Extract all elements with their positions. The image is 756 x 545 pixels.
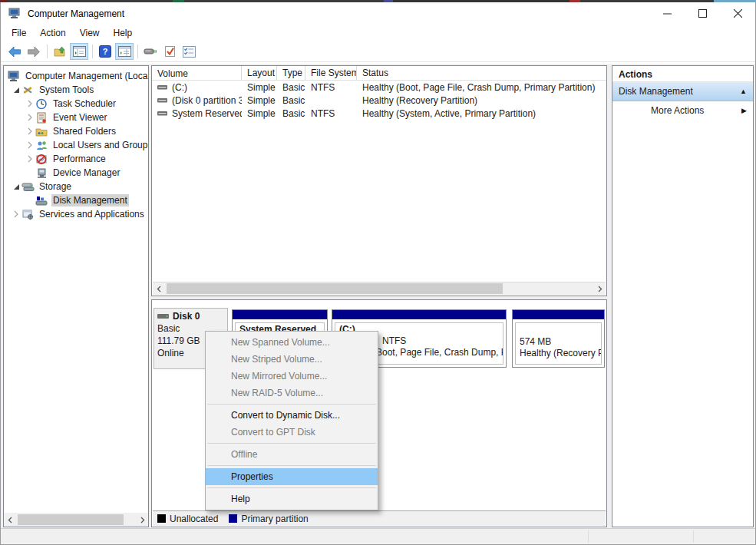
menu-item-new-mirrored-volume[interactable]: New Mirrored Volume... [206, 368, 378, 385]
back-icon [8, 46, 21, 58]
close-button[interactable] [720, 2, 755, 25]
column-header-status[interactable]: Status [357, 66, 606, 80]
chevron-placeholder [25, 167, 35, 178]
volume-icon [157, 84, 168, 91]
column-header-type[interactable]: Type [277, 66, 305, 80]
close-icon [734, 9, 742, 18]
collapsed-chevron-icon[interactable] [25, 98, 35, 109]
shared-folders-icon [35, 126, 48, 137]
scrollbar-thumb[interactable] [18, 514, 124, 525]
menu-help[interactable]: Help [107, 25, 140, 41]
collapsed-chevron-icon[interactable] [11, 209, 21, 220]
disk-properties-icon [183, 46, 196, 58]
column-header-layout[interactable]: Layout [242, 66, 277, 80]
unallocated-swatch [157, 514, 166, 523]
menu-item-new-spanned-volume[interactable]: New Spanned Volume... [206, 334, 378, 351]
tree-item-storage[interactable]: Storage [4, 180, 148, 193]
scroll-left-icon[interactable] [4, 513, 16, 527]
tree-item-performance[interactable]: Performance [4, 152, 148, 166]
menu-item-convert-to-dynamic-disk[interactable]: Convert to Dynamic Disk... [206, 407, 378, 424]
collapsed-chevron-icon[interactable] [25, 112, 35, 123]
tree-horizontal-scrollbar[interactable] [4, 513, 148, 527]
folder-up-icon [54, 46, 67, 58]
maximize-icon [698, 9, 707, 18]
title-bar[interactable]: Computer Management [1, 2, 755, 25]
show-console-tree-button[interactable] [70, 43, 88, 60]
check-disk-button[interactable] [160, 43, 179, 60]
minimize-icon [663, 9, 672, 18]
scrollbar-thumb[interactable] [167, 283, 503, 294]
menu-item-offline[interactable]: Offline [206, 446, 378, 463]
help-button[interactable]: ? [96, 43, 114, 60]
console-tree-panel: Computer Management (Local System Tools [3, 65, 149, 527]
volume-row-system-reserved[interactable]: System Reserved Simple Basic NTFS Health… [152, 107, 606, 120]
menu-item-new-raid5-volume[interactable]: New RAID-5 Volume... [206, 385, 378, 401]
collapse-up-icon[interactable]: ▲ [740, 88, 747, 95]
toolbar-separator [137, 45, 138, 58]
volume-row-disk0-partition3[interactable]: (Disk 0 partition 3) Simple Basic Health… [152, 94, 606, 107]
more-actions-item[interactable]: More Actions ▶ [612, 101, 753, 120]
refresh-disks-button[interactable] [141, 43, 160, 60]
minimize-button[interactable] [649, 2, 685, 25]
actions-group-disk-management[interactable]: Disk Management ▲ [612, 82, 753, 101]
scroll-right-icon[interactable] [593, 282, 606, 296]
forward-icon [27, 46, 41, 58]
submenu-right-icon: ▶ [741, 107, 747, 114]
disk-context-menu: New Spanned Volume... New Striped Volume… [205, 331, 378, 510]
chevron-placeholder [25, 195, 35, 206]
back-button[interactable] [5, 43, 24, 60]
system-tools-icon [21, 84, 35, 96]
collapsed-chevron-icon[interactable] [25, 140, 35, 150]
tree-item-services-and-applications[interactable]: Services and Applications [4, 207, 148, 221]
maximize-button[interactable] [685, 2, 720, 25]
column-header-volume[interactable]: Volume [152, 66, 242, 80]
tree-item-system-tools[interactable]: System Tools [4, 83, 148, 97]
expanded-chevron-icon[interactable] [11, 181, 21, 192]
actions-panel-header: Actions [612, 66, 753, 82]
scroll-right-icon[interactable] [136, 513, 148, 527]
menu-item-properties[interactable]: Properties [206, 468, 378, 485]
tree-item-local-users-and-groups[interactable]: Local Users and Groups [4, 138, 148, 152]
status-bar [1, 528, 755, 544]
statusbar-separator [588, 530, 589, 543]
menu-view[interactable]: View [73, 25, 107, 41]
partition-recovery-size: 574 MB [520, 336, 597, 348]
partition-recovery[interactable]: 574 MB Healthy (Recovery Pa [512, 309, 605, 368]
forward-button[interactable] [25, 43, 43, 60]
scroll-left-icon[interactable] [153, 282, 165, 296]
collapsed-chevron-icon[interactable] [25, 154, 35, 164]
storage-icon [21, 181, 35, 193]
menu-item-convert-to-gpt-disk[interactable]: Convert to GPT Disk [206, 424, 378, 441]
menu-separator [207, 487, 376, 488]
disk-properties-button[interactable] [180, 43, 198, 60]
show-action-pane-button[interactable] [115, 43, 134, 60]
menu-separator [207, 404, 376, 405]
collapsed-chevron-icon[interactable] [25, 126, 35, 137]
expanded-chevron-icon[interactable] [11, 84, 21, 95]
volume-row-c[interactable]: (C:) Simple Basic NTFS Healthy (Boot, Pa… [152, 81, 606, 94]
legend-unallocated: Unallocated [157, 514, 218, 524]
toolbar-separator [92, 45, 93, 58]
console-tree: Computer Management (Local System Tools [4, 66, 148, 221]
partition-color-bar [233, 310, 327, 320]
tree-item-disk-management[interactable]: Disk Management [4, 193, 148, 207]
tree-item-device-manager[interactable]: Device Manager [4, 166, 148, 180]
actions-panel: Actions Disk Management ▲ More Actions ▶ [612, 65, 754, 527]
tree-item-task-scheduler[interactable]: Task Scheduler [4, 97, 148, 111]
partition-legend: Unallocated Primary partition [153, 510, 606, 526]
statusbar-separator [693, 530, 694, 543]
computer-icon [8, 71, 21, 82]
column-header-file-system[interactable]: File System [305, 66, 357, 80]
tree-item-computer-management[interactable]: Computer Management (Local [4, 69, 148, 83]
menu-action[interactable]: Action [33, 25, 72, 41]
primary-partition-swatch [229, 514, 237, 523]
menu-item-help[interactable]: Help [206, 490, 378, 507]
tree-item-shared-folders[interactable]: Shared Folders [4, 124, 148, 138]
tree-item-event-viewer[interactable]: Event Viewer [4, 111, 148, 124]
volume-list-horizontal-scrollbar[interactable] [153, 282, 606, 295]
svg-text:?: ? [103, 47, 108, 56]
folder-up-button[interactable] [51, 43, 69, 60]
menu-item-new-striped-volume[interactable]: New Striped Volume... [206, 351, 378, 368]
menu-separator [207, 443, 376, 444]
menu-file[interactable]: File [5, 25, 33, 41]
